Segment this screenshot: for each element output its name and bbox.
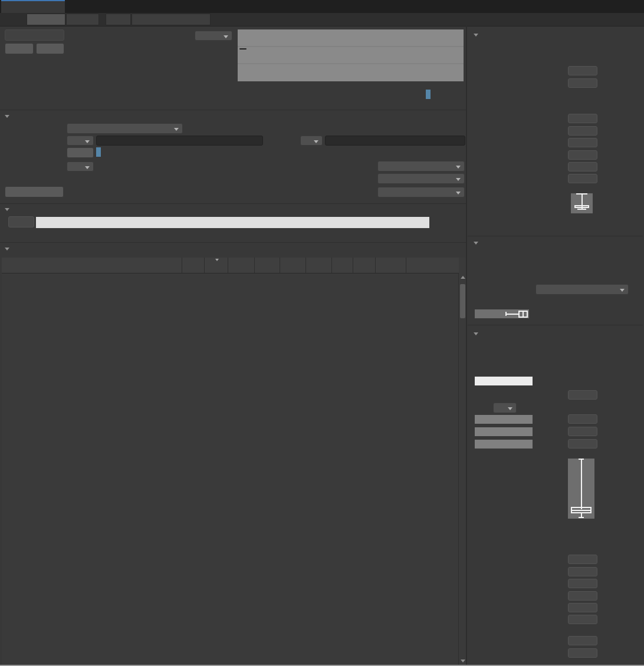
- top-frame-button[interactable]: [568, 439, 597, 449]
- stat-frame-button[interactable]: [568, 615, 597, 624]
- open-profiler-window-button[interactable]: [132, 14, 211, 25]
- graph-scale-dropdown[interactable]: [535, 284, 629, 295]
- marker-details-header[interactable]: [5, 245, 13, 253]
- pull-data-button[interactable]: [5, 29, 64, 41]
- stat-frame-button[interactable]: [568, 636, 597, 645]
- sort-arrow-icon: [215, 259, 219, 261]
- end-frame-button[interactable]: [568, 78, 597, 88]
- stat-frame-button[interactable]: [568, 150, 597, 160]
- frame-summary-header[interactable]: [474, 31, 482, 39]
- graph-x-axis: [238, 82, 464, 90]
- contribution-bar: [475, 377, 533, 385]
- exclude-names-input[interactable]: [325, 136, 465, 146]
- col-median[interactable]: [204, 258, 228, 273]
- top-frame-button[interactable]: [568, 427, 597, 436]
- divider: [0, 242, 466, 243]
- stat-frame-button[interactable]: [568, 114, 597, 123]
- stat-frame-button[interactable]: [568, 555, 597, 564]
- stat-frame-button[interactable]: [568, 138, 597, 147]
- thread-range-bar: [475, 309, 529, 318]
- marker-boxplot: [568, 459, 594, 519]
- mode-compare-button[interactable]: [66, 14, 99, 25]
- col-count[interactable]: [353, 258, 375, 273]
- stat-frame-button[interactable]: [568, 174, 597, 183]
- load-button[interactable]: [5, 43, 34, 54]
- first-frame-button[interactable]: [568, 390, 597, 400]
- stat-frame-button[interactable]: [568, 591, 597, 601]
- col-range[interactable]: [331, 258, 353, 273]
- thread-summary-header[interactable]: [474, 239, 482, 248]
- divider: [468, 236, 643, 236]
- stat-frame-button[interactable]: [568, 567, 597, 576]
- col-marker-name[interactable]: [2, 258, 182, 273]
- divider: [468, 325, 643, 325]
- frame-time-graph[interactable]: [238, 29, 464, 81]
- stat-frame-button[interactable]: [568, 603, 597, 612]
- col-mean[interactable]: [254, 258, 280, 273]
- export-button[interactable]: [106, 14, 131, 25]
- top-n-dropdown[interactable]: [493, 403, 517, 413]
- marker-histogram: [475, 459, 560, 508]
- summary-pane: [468, 0, 643, 665]
- scroll-up-icon[interactable]: [461, 276, 465, 279]
- marker-details-table: [2, 258, 466, 665]
- thread-selection-badge[interactable]: [96, 147, 101, 157]
- save-button[interactable]: [36, 43, 64, 54]
- frame-histogram: [475, 193, 560, 218]
- table-scrollbar[interactable]: [458, 273, 466, 665]
- stat-frame-button[interactable]: [568, 648, 597, 658]
- divider: [0, 110, 466, 110]
- mode-single-button[interactable]: [27, 14, 65, 25]
- top10-marker-bar: [36, 217, 429, 228]
- scrollbar-thumb[interactable]: [460, 284, 465, 318]
- scroll-down-icon[interactable]: [461, 660, 465, 662]
- divider: [0, 203, 466, 204]
- top-frame-button[interactable]: [568, 414, 597, 424]
- depth-slice-dropdown[interactable]: [67, 161, 94, 172]
- top10-section-header[interactable]: [5, 206, 13, 214]
- name-filter-input[interactable]: [96, 136, 263, 146]
- filters-section-header[interactable]: [5, 113, 13, 121]
- col-depth[interactable]: [182, 258, 204, 273]
- selected-marker-badge[interactable]: [426, 90, 431, 99]
- units-dropdown[interactable]: [377, 173, 465, 184]
- top-frame-bar: [475, 440, 533, 449]
- col-at-median-frame[interactable]: [406, 258, 459, 273]
- analysis-type-dropdown[interactable]: [377, 161, 465, 172]
- start-frame-button[interactable]: [568, 66, 597, 75]
- frame-boxplot: [571, 193, 593, 213]
- graph-range-dropdown[interactable]: [195, 31, 232, 41]
- name-filter-mode-dropdown[interactable]: [67, 136, 94, 146]
- col-max[interactable]: [305, 258, 331, 273]
- top-frame-bar: [475, 427, 533, 436]
- marker-columns-dropdown[interactable]: [377, 187, 465, 197]
- col-median-graph[interactable]: [228, 258, 254, 273]
- graph-tooltip: [239, 48, 247, 50]
- pane-divider: [466, 26, 467, 665]
- table-body: [2, 273, 459, 665]
- exclude-mode-dropdown[interactable]: [300, 136, 323, 146]
- marker-summary-header[interactable]: [474, 330, 482, 338]
- window-tab[interactable]: [1, 0, 65, 13]
- stat-frame-button[interactable]: [568, 579, 597, 588]
- stat-frame-button[interactable]: [568, 162, 597, 172]
- stat-frame-button[interactable]: [568, 126, 597, 136]
- analyze-button[interactable]: [5, 186, 64, 197]
- median-frame-button[interactable]: [8, 216, 34, 228]
- col-min[interactable]: [280, 258, 305, 273]
- thread-select-button[interactable]: [67, 147, 94, 158]
- col-count-frame[interactable]: [375, 258, 406, 273]
- remove-dropdown[interactable]: [67, 123, 183, 134]
- table-header-row: [2, 258, 459, 273]
- top-frame-bar: [475, 415, 533, 424]
- frame-time-chart: [238, 29, 464, 81]
